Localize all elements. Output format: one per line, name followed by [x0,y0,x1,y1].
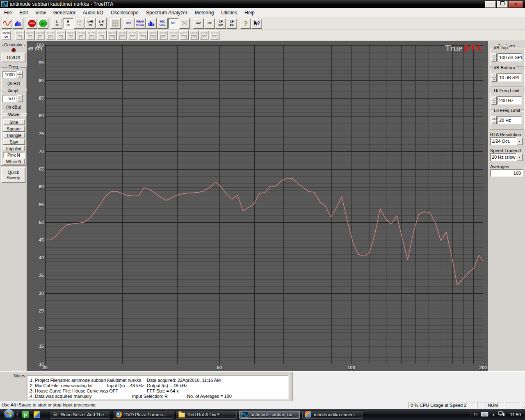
bar-display-button[interactable] [146,18,157,29]
mem-16-button: Mem16 [169,30,178,40]
start-button[interactable] [4,409,14,420]
go-button[interactable]: GO [38,18,48,29]
note-line-3-seg-2: FFT Size = 64 k [147,388,179,394]
freq-input[interactable]: 1000 [2,71,16,78]
menu-help[interactable]: Help [241,9,258,17]
logo-rta-text: RTA [463,43,482,53]
taskbar-button-label: antimode subbari kai... [251,412,296,417]
generator-onoff-button[interactable]: On/Off [1,52,25,62]
close-button[interactable]: x [509,1,523,8]
l-plus-r-input-button[interactable]: L+RIN [85,18,96,29]
lo-freq-limit-input[interactable]: 20 Hz [498,116,522,124]
db-top-input[interactable]: 100 dB SPL [498,53,522,62]
quick-sweep-line1: Quick [7,170,19,175]
rta-resolution-select[interactable]: 1/24 Oct. ▼ [490,137,523,145]
db-top-spin-up-icon[interactable]: ▲ [491,53,497,57]
crest-factor-vv-button[interactable]: CFV/V [215,18,226,29]
speed-tradeoff-dropdown-icon[interactable]: ▼ [516,153,523,161]
quicklaunch-utorrent-icon[interactable]: µ [22,411,29,418]
lo-freq-limit-spin-down-icon[interactable]: ▼ [491,120,497,124]
minimize-button[interactable]: – [485,1,496,8]
taskbar-clock[interactable]: 11:59 [510,412,521,417]
menu-oscilloscope[interactable]: Oscilloscope [107,9,142,17]
spectrum-analyzer-display-button[interactable] [13,18,23,29]
menu-utilities[interactable]: Utilities [217,9,241,17]
db-bottom-input[interactable]: 10 dB SPL [498,73,522,82]
l-minus-r-input-button[interactable]: L-RIN [96,18,107,29]
rta-resolution-dropdown-icon[interactable]: ▼ [516,137,523,145]
wave-impulse-button[interactable]: Impulse [3,145,25,151]
lo-freq-limit-spinner: ▲▼ [491,116,497,124]
wave-pink-n-button[interactable]: Pink N [3,152,25,158]
right-input-button[interactable]: RIN [63,18,73,29]
speed-tradeoff-value: 20 Hz (slow) [490,153,516,161]
menu-metering[interactable]: Metering [191,9,218,17]
menu-spectrum-analyzer[interactable]: Spectrum Analyzer [142,9,191,17]
mem-label: Mem [139,32,146,35]
freq-spin-up-icon[interactable]: ▲ [17,71,23,75]
hi-freq-limit-input[interactable]: 200 Hz [498,96,522,105]
mem-number: 19 [201,35,207,39]
freq-unit-label: (in Hz) [1,81,26,86]
hi-freq-limit-spin-down-icon[interactable]: ▼ [491,100,497,105]
wave-square-button[interactable]: Square [3,126,25,132]
wave-saw-button[interactable]: Saw [3,139,25,145]
wave-white-n-button[interactable]: White N [3,158,25,164]
quicklaunch-app-icon[interactable] [33,411,41,418]
relative-mode-button[interactable]: REL [124,18,135,29]
speed-tradeoff-select[interactable]: 20 Hz (slow) ▼ [490,153,523,161]
db-bottom-spin-up-icon[interactable]: ▲ [491,73,497,78]
peak-hold-label: PEAK [136,20,144,23]
wave-triangle-button[interactable]: Triangle [3,132,25,138]
taskbar-button-red-hot-live[interactable]: Red Hot & Live! [176,410,237,419]
hi-freq-limit-spin-up-icon[interactable]: ▲ [491,96,497,100]
menu-view[interactable]: View [32,9,50,17]
show-hidden-icons-button[interactable]: ▲ [492,413,495,416]
menu-generator[interactable]: Generator [50,9,79,17]
taskbar-button-brian-setzer-and-the[interactable]: ☠Brian Setzer And The... [49,410,111,419]
network-icon[interactable] [498,411,505,418]
maximize-button[interactable] [497,1,508,8]
db-bottom-spinner: ▲▼ [491,73,497,82]
y-tick-70: 70 [27,149,44,154]
mic-calibration-button[interactable]: MICCAL [157,18,168,29]
taskbar-button-m-rk-nurkka-ennen[interactable]: mörkönurkka ennen.... [302,410,363,419]
taskbar-button-dvd-plaza-forums[interactable]: DVD Plaza Forums - ... [112,410,174,419]
help-button[interactable]: ? [240,18,251,29]
averages-input[interactable]: 100 [490,169,523,177]
stop-button[interactable]: STOP [27,18,37,29]
ampl-spin-up-icon[interactable]: ▲ [17,95,23,98]
left-input-button[interactable]: LIN [52,18,62,29]
wave-group: Wave SineSquareTriangleSawImpulsePink NW… [1,115,27,166]
notes-box[interactable]: .1. Project Filename: antimode subbari k… [27,375,289,399]
db-top-spin-down-icon[interactable]: ▼ [491,57,497,62]
spl-mode-button[interactable]: SPL [168,18,179,29]
stereo-input-label: IN [78,23,81,27]
keyboard-icon[interactable] [481,412,488,418]
menu-edit[interactable]: Edit [16,9,32,17]
language-indicator[interactable]: FI [474,412,478,417]
peak-hold-button[interactable]: PEAKHOLD [135,18,146,29]
mem-number: 6 [69,35,73,39]
wave-sine-button[interactable]: Sine [3,119,25,125]
mem-write-button[interactable]: MemW [1,30,11,40]
millivolts-button[interactable]: mV [193,18,204,29]
mem-label: Mem [211,32,218,35]
ampl-input[interactable]: -5.0 [2,95,16,102]
quick-sweep-button[interactable]: Quick Sweep [1,167,25,183]
bar-display-icon [148,21,155,26]
crest-factor-db-button[interactable]: CFdB [226,18,237,29]
lo-freq-limit-spin-up-icon[interactable]: ▲ [491,116,497,120]
context-help-button[interactable]: ? [251,18,262,29]
mem-number: 9 [100,35,104,39]
right-input-label: R [67,20,69,23]
db-bottom-spin-down-icon[interactable]: ▼ [491,78,497,82]
ampl-spin-down-icon[interactable]: ▼ [17,98,23,102]
taskbar-button-antimode-subbari-kai[interactable]: antimode subbari kai... [239,410,300,419]
menu-audio-i-o[interactable]: Audio I/O [79,9,107,17]
stereo-input-button: L RIN [74,18,84,29]
decibels-button[interactable]: dB [204,18,215,29]
menu-file[interactable]: File [0,9,16,17]
freq-spin-down-icon[interactable]: ▼ [17,75,23,78]
generator-waveform-button[interactable] [2,18,12,29]
